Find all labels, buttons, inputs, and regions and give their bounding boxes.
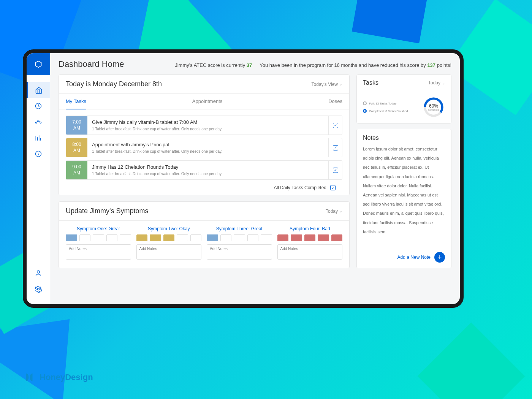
clock-icon (35, 102, 42, 110)
symptom-col: Symptom Three: Great (207, 226, 272, 261)
nodes-icon (35, 118, 42, 126)
header-score-msg: Jimmy's ATEC score is currently 37 (175, 62, 252, 68)
task-time: 7:00AM (66, 116, 87, 135)
brand-footer: HoneyDesign (23, 371, 93, 384)
nav-info[interactable] (27, 146, 50, 162)
symptom-rating[interactable] (66, 234, 131, 241)
svg-point-6 (37, 271, 40, 273)
nav-profile[interactable] (27, 265, 50, 281)
chevron-down-icon: ⌄ (339, 209, 342, 213)
task-title: Appointment with Jimmy's Principal (92, 142, 324, 147)
symptom-rating[interactable] (136, 234, 202, 241)
page-title: Dashboard Home (59, 59, 124, 69)
symptom-col: Symptom One: Great (66, 226, 131, 261)
symptom-notes-input[interactable] (136, 244, 202, 260)
add-note-link[interactable]: Add a New Note (397, 255, 431, 260)
task-checkbox[interactable]: ✓ (328, 138, 342, 157)
today-card: Today is Monday December 8th Today's Vie… (59, 74, 350, 195)
task-time: 9:00AM (66, 161, 87, 179)
tasks-legend: Full: 13 Tasks Today Completed: 8 Tasks … (363, 101, 418, 113)
task-desc: 1 Tablet after breakfast. Drink one cup … (92, 149, 324, 154)
nav-analytics[interactable] (27, 130, 50, 146)
nav-history[interactable] (27, 98, 50, 114)
task-title: Jimmy Has 12 Chelation Rounds Today (92, 164, 324, 170)
notes-body: Lorem ipsum dolor sit amet, consectetur … (357, 144, 451, 247)
nav-home[interactable] (27, 82, 50, 98)
symptom-rating[interactable] (207, 234, 272, 241)
symptom-col: Symptom Four: Bad (277, 226, 343, 261)
notes-card: Notes Lorem ipsum dolor sit amet, consec… (356, 129, 451, 268)
sidebar (27, 53, 50, 304)
task-checkbox[interactable]: ✓ (328, 161, 342, 179)
nav-workflow[interactable] (27, 114, 50, 130)
task-desc: 1 Tablet after breakfast. Drink one cup … (92, 127, 324, 131)
tablet-frame: Dashboard Home Jimmy's ATEC score is cur… (23, 49, 464, 308)
legend-circle-icon (363, 101, 367, 105)
user-icon (35, 269, 42, 277)
tab-my-tasks[interactable]: My Tasks (66, 94, 86, 109)
symptoms-dropdown[interactable]: Today⌄ (326, 209, 342, 214)
info-icon (35, 150, 42, 158)
task-list: 7:00AM Give Jimmy his daily vitamin-B ta… (59, 109, 349, 195)
header: Dashboard Home Jimmy's ATEC score is cur… (59, 59, 451, 69)
svg-point-4 (40, 122, 41, 123)
tab-appointments[interactable]: Appointments (192, 94, 223, 109)
symptom-rating[interactable] (277, 234, 343, 241)
gear-icon (35, 285, 42, 293)
tasks-donut-chart: 60%Completed (422, 96, 445, 119)
svg-marker-0 (35, 61, 41, 68)
all-complete-row: All Daily Tasks Completed ✓ (66, 183, 342, 190)
tasks-summary-card: Tasks Today⌄ Full: 13 Tasks Today Comple… (356, 74, 451, 124)
svg-point-3 (38, 120, 39, 121)
logo[interactable] (27, 53, 50, 75)
task-row: 8:00AM Appointment with Jimmy's Principa… (66, 138, 342, 157)
all-complete-checkbox[interactable]: ✓ (330, 185, 336, 190)
task-title: Give Jimmy his daily vitamin-B tablet at… (92, 119, 324, 125)
legend-circle-icon (363, 109, 367, 113)
symptom-notes-input[interactable] (207, 244, 272, 260)
add-note-button[interactable]: + (434, 252, 445, 263)
chevron-down-icon: ⌄ (339, 82, 342, 86)
header-program-msg: You have been in the program for 16 mont… (260, 62, 451, 68)
task-desc: 1 Tablet after breakfast. Drink one cup … (92, 172, 324, 176)
task-checkbox[interactable]: ✓ (328, 116, 342, 135)
svg-point-2 (35, 122, 36, 123)
chevron-down-icon: ⌄ (442, 81, 445, 85)
tasks-dropdown[interactable]: Today⌄ (428, 80, 445, 86)
nav-settings[interactable] (27, 281, 50, 297)
task-time: 8:00AM (66, 138, 87, 157)
symptom-label: Symptom Three: Great (207, 226, 272, 231)
symptom-grid: Symptom One: Great Symptom Two: Okay Sym… (59, 221, 349, 268)
symptom-notes-input[interactable] (66, 244, 131, 260)
symptoms-card: Update Jimmy's Symptoms Today⌄ Symptom O… (59, 201, 350, 268)
today-view-dropdown[interactable]: Today's View⌄ (312, 82, 342, 87)
tasks-title: Tasks (363, 79, 378, 86)
brand-name: HoneyDesign (40, 372, 93, 382)
home-icon (35, 86, 43, 94)
svg-point-7 (37, 288, 39, 290)
symptom-label: Symptom One: Great (66, 226, 131, 231)
symptom-label: Symptom Four: Bad (277, 226, 343, 231)
today-tabs: My Tasks Appointments Doses (59, 94, 349, 109)
today-title: Today is Monday December 8th (66, 80, 162, 88)
symptoms-title: Update Jimmy's Symptoms (66, 207, 149, 215)
task-row: 9:00AM Jimmy Has 12 Chelation Rounds Tod… (66, 160, 342, 180)
symptom-label: Symptom Two: Okay (136, 226, 202, 231)
symptom-notes-input[interactable] (277, 244, 343, 260)
honeydesign-logo-icon (23, 371, 36, 384)
tab-doses[interactable]: Doses (328, 94, 342, 109)
symptom-col: Symptom Two: Okay (136, 226, 202, 261)
bar-chart-icon (35, 134, 42, 142)
hexagon-icon (35, 60, 42, 68)
main-content: Dashboard Home Jimmy's ATEC score is cur… (50, 53, 460, 304)
plus-icon: + (438, 253, 442, 261)
task-row: 7:00AM Give Jimmy his daily vitamin-B ta… (66, 116, 342, 135)
notes-title: Notes (357, 129, 451, 144)
